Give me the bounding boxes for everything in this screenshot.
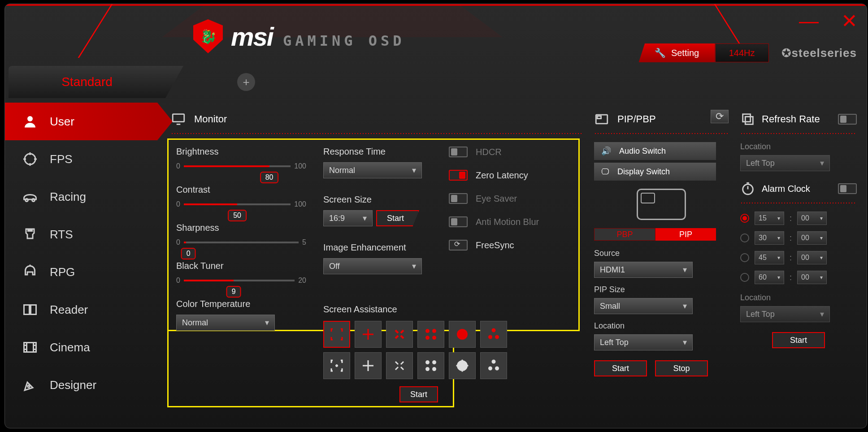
brand-msi: msi: [231, 22, 273, 52]
pip-power-button[interactable]: ⟳: [711, 110, 729, 123]
crosshair-option-12[interactable]: [480, 352, 507, 379]
setting-button[interactable]: 🔧 Setting: [639, 43, 715, 62]
pbp-mode-button[interactable]: PBP: [594, 228, 655, 241]
pip-size-dropdown[interactable]: Small: [594, 298, 693, 314]
svg-point-24: [433, 337, 436, 339]
book-icon: [21, 301, 39, 319]
add-tab-button[interactable]: +: [237, 73, 255, 91]
refresh-location-dropdown[interactable]: Left Top: [740, 155, 830, 171]
crosshair-option-5[interactable]: [449, 321, 476, 348]
crosshair-option-9[interactable]: [386, 352, 413, 379]
pip-icon: [594, 112, 609, 127]
screen-assistance-start-button[interactable]: Start: [399, 386, 438, 402]
sidebar-item-racing[interactable]: Racing: [5, 178, 157, 216]
user-icon: [21, 112, 39, 130]
svg-point-36: [426, 368, 429, 371]
response-time-dropdown[interactable]: Normal: [323, 162, 422, 178]
minimize-button[interactable]: —: [799, 17, 819, 26]
pip-location-dropdown[interactable]: Left Top: [594, 334, 693, 350]
zero-latency-label: Zero Latency: [476, 170, 528, 181]
alarm-sec-2[interactable]: 00: [797, 231, 827, 245]
svg-rect-47: [597, 116, 601, 119]
overlap-icon: [740, 112, 755, 127]
display-switch-button[interactable]: 🖵Display Switch: [594, 163, 716, 181]
pip-stop-button[interactable]: Stop: [655, 360, 708, 376]
image-enhancement-dropdown[interactable]: Off: [323, 258, 422, 274]
brand-sub: GAMING OSD: [283, 32, 405, 49]
close-button[interactable]: ✕: [841, 17, 858, 26]
svg-point-28: [489, 336, 492, 338]
freesync-label: FreeSync: [476, 240, 514, 251]
audio-switch-button[interactable]: 🔊Audio Switch: [594, 142, 716, 160]
alarm-min-1[interactable]: 15: [755, 212, 784, 225]
hdcr-toggle[interactable]: [449, 147, 468, 157]
sidebar-item-fps[interactable]: FPS: [5, 140, 157, 178]
black-tuner-label: Black Tuner: [176, 261, 306, 271]
anti-motion-blur-toggle[interactable]: [449, 216, 468, 227]
svg-rect-9: [24, 343, 36, 352]
alarm-location-dropdown[interactable]: Left Top: [740, 306, 830, 322]
zero-latency-toggle[interactable]: [449, 170, 468, 181]
screen-size-label: Screen Size: [323, 194, 431, 205]
screen-size-start-button[interactable]: Start: [376, 210, 419, 226]
alarm-radio-1[interactable]: [740, 214, 749, 223]
sidebar-item-reader[interactable]: Reader: [5, 291, 157, 328]
refresh-hz-badge: 144Hz: [715, 43, 769, 62]
speaker-icon: 🔊: [601, 146, 611, 156]
brightness-slider[interactable]: 0 80 100: [176, 162, 306, 170]
crosshair-option-11[interactable]: [449, 352, 476, 379]
alarm-min-2[interactable]: 30: [755, 231, 784, 245]
crosshair-option-10[interactable]: [417, 352, 444, 379]
sidebar-item-rpg[interactable]: RPG: [5, 253, 157, 291]
alarm-min-4[interactable]: 60: [755, 271, 784, 284]
alarm-clock-toggle[interactable]: [838, 183, 857, 194]
svg-point-44: [489, 367, 492, 370]
alarm-radio-4[interactable]: [740, 273, 749, 282]
alarm-radio-2[interactable]: [740, 233, 749, 242]
refresh-location-label: Location: [740, 142, 857, 151]
alarm-sec-4[interactable]: 00: [797, 271, 827, 284]
svg-point-26: [461, 333, 464, 336]
screen-size-dropdown[interactable]: 16:9: [323, 210, 373, 226]
pip-size-label: PIP Size: [594, 285, 729, 294]
sidebar-item-rts[interactable]: RTS: [5, 216, 157, 253]
refresh-rate-toggle[interactable]: [838, 114, 857, 125]
rook-icon: [21, 225, 39, 243]
sharpness-slider[interactable]: 0 0 5: [176, 238, 306, 246]
crosshair-option-7[interactable]: [323, 352, 350, 379]
wrench-icon: 🔧: [655, 48, 666, 58]
sidebar-item-designer[interactable]: Designer: [5, 366, 157, 404]
pip-mode-button[interactable]: PIP: [655, 228, 716, 241]
crosshair-option-3[interactable]: [386, 321, 413, 348]
alarm-sec-3[interactable]: 00: [797, 251, 827, 264]
sidebar-item-cinema[interactable]: Cinema: [5, 328, 157, 366]
crosshair-option-1[interactable]: [323, 321, 350, 348]
svg-point-35: [433, 361, 436, 364]
pip-source-dropdown[interactable]: HDMI1: [594, 262, 693, 278]
crosshair-option-8[interactable]: [355, 352, 382, 379]
eye-saver-toggle[interactable]: [449, 193, 468, 204]
svg-point-16: [28, 385, 30, 388]
alarm-sec-1[interactable]: 00: [797, 212, 827, 225]
svg-rect-17: [173, 114, 184, 122]
freesync-toggle[interactable]: [449, 240, 468, 251]
pip-start-button[interactable]: Start: [594, 360, 647, 376]
svg-rect-49: [745, 117, 753, 124]
svg-point-38: [458, 361, 467, 371]
alarm-radio-3[interactable]: [740, 253, 749, 262]
sidebar-item-user[interactable]: User: [5, 103, 157, 140]
crosshair-option-6[interactable]: [480, 321, 507, 348]
crosshair-option-2[interactable]: [355, 321, 382, 348]
stopwatch-icon: [740, 181, 755, 196]
crosshair-icon: [21, 150, 39, 168]
alarm-start-button[interactable]: Start: [772, 332, 825, 348]
svg-point-27: [492, 329, 495, 332]
eye-saver-label: Eye Saver: [476, 194, 517, 204]
svg-point-43: [492, 360, 495, 363]
alarm-min-3[interactable]: 45: [755, 251, 784, 264]
tab-standard[interactable]: Standard: [9, 66, 165, 98]
contrast-slider[interactable]: 0 50 100: [176, 200, 306, 208]
black-tuner-slider[interactable]: 0 9 20: [176, 276, 306, 285]
color-temp-dropdown[interactable]: Normal: [176, 315, 275, 331]
crosshair-option-4[interactable]: [417, 321, 444, 348]
